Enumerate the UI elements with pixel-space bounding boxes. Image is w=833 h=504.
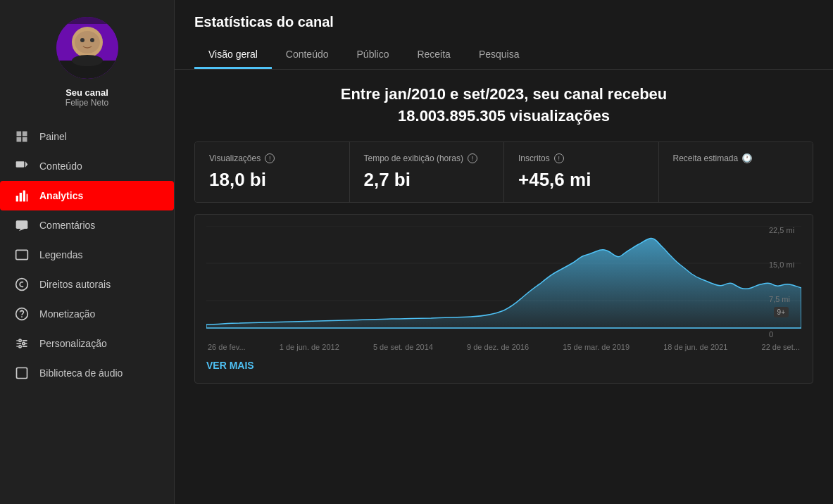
chart-y-labels: 22,5 mi 15,0 mi 7,5 mi 0 (766, 226, 801, 339)
stat-value-inscritos: +45,6 mi (518, 169, 644, 191)
svg-point-6 (72, 55, 103, 66)
x-label-2: 5 de set. de 2014 (373, 343, 433, 351)
warn-icon-inscritos: ! (554, 153, 564, 163)
sidebar-item-legendas[interactable]: Legendas (0, 240, 174, 270)
svg-rect-7 (63, 17, 111, 24)
sidebar-item-comentarios[interactable]: Comentários (0, 210, 174, 240)
chart-zoom-button[interactable]: 9+ (774, 307, 789, 317)
tab-conteudo[interactable]: Conteúdo (272, 42, 343, 69)
stat-value-visualizacoes: 18,0 bi (209, 169, 335, 191)
svg-point-26 (19, 346, 21, 348)
sidebar-item-biblioteca[interactable]: Biblioteca de áudio (0, 358, 174, 388)
analytics-icon (14, 188, 30, 203)
stat-card-tempo: Tempo de exibição (horas) ! 2,7 bi (350, 142, 505, 202)
svg-rect-8 (16, 161, 25, 167)
tab-pesquisa[interactable]: Pesquisa (465, 42, 534, 69)
x-label-1: 1 de jun. de 2012 (280, 343, 339, 351)
main-header: Estatísticas do canal Visão geral Conteú… (175, 0, 833, 70)
dashboard-icon (14, 129, 30, 144)
sidebar-label-conteudo: Conteúdo (39, 160, 82, 172)
main-content: Entre jan/2010 e set/2023, seu canal rec… (175, 70, 833, 504)
svg-rect-13 (27, 194, 28, 202)
x-label-4: 15 de mar. de 2019 (563, 343, 630, 351)
copyright-icon (14, 277, 30, 292)
stat-card-inscritos: Inscritos ! +45,6 mi (504, 142, 659, 202)
sidebar-label-personalizacao: Personalização (39, 338, 107, 349)
svg-rect-17 (16, 250, 28, 259)
hero-line2: 18.003.895.305 visualizações (194, 106, 813, 127)
comments-icon (14, 218, 30, 233)
page-title: Estatísticas do canal (194, 14, 813, 30)
y-label-0: 22,5 mi (769, 226, 798, 234)
svg-marker-9 (25, 161, 27, 167)
chart-area: 22,5 mi 15,0 mi 7,5 mi 0 9+ (206, 226, 801, 339)
svg-rect-10 (16, 196, 18, 201)
y-label-1: 15,0 mi (769, 260, 798, 269)
x-label-5: 18 de jun. de 2021 (663, 343, 727, 351)
svg-rect-11 (20, 193, 22, 202)
svg-point-4 (90, 38, 94, 42)
sidebar-label-direitos: Direitos autorais (39, 279, 111, 290)
x-label-6: 22 de set... (762, 343, 800, 351)
hero-line1: Entre jan/2010 e set/2023, seu canal rec… (194, 84, 813, 106)
money-icon (14, 306, 30, 322)
content-icon (14, 158, 30, 174)
svg-point-22 (16, 279, 28, 291)
subtitles-icon (14, 247, 30, 263)
audio-icon (14, 365, 30, 381)
svg-rect-27 (17, 368, 27, 379)
customize-icon (14, 336, 30, 351)
sidebar-item-monetizacao[interactable]: Monetização (0, 299, 174, 329)
x-label-3: 9 de dez. de 2016 (467, 343, 529, 351)
ver-mais-link[interactable]: VER MAIS (206, 360, 254, 371)
svg-point-24 (19, 339, 21, 341)
nav-list: Painel Conteúdo Analytics Comentários (0, 122, 174, 388)
channel-sub: Felipe Neto (65, 98, 108, 108)
tab-receita[interactable]: Receita (403, 42, 464, 69)
sidebar-label-legendas: Legendas (39, 249, 83, 260)
sidebar-item-analytics[interactable]: Analytics (0, 181, 174, 210)
svg-point-25 (23, 342, 25, 344)
svg-point-3 (80, 38, 84, 42)
avatar (56, 17, 118, 79)
warn-icon-tempo: ! (468, 153, 477, 163)
svg-point-2 (75, 31, 100, 53)
sidebar-label-monetizacao: Monetização (39, 308, 95, 320)
stat-card-receita: Receita estimada 🕐 (659, 142, 813, 202)
warn-icon-visualizacoes: ! (265, 153, 275, 163)
svg-rect-12 (23, 191, 25, 202)
stat-value-tempo: 2,7 bi (364, 169, 490, 191)
clock-icon-receita: 🕐 (742, 153, 752, 163)
y-label-3: 0 (769, 330, 798, 339)
sidebar-item-painel[interactable]: Painel (0, 122, 174, 151)
hero-text: Entre jan/2010 e set/2023, seu canal rec… (194, 84, 813, 127)
sidebar-item-direitos[interactable]: Direitos autorais (0, 270, 174, 299)
chart-svg (206, 226, 801, 339)
stat-label-tempo: Tempo de exibição (horas) ! (364, 153, 490, 163)
stat-cards: Visualizações ! 18,0 bi Tempo de exibiçã… (194, 141, 813, 203)
stat-label-visualizacoes: Visualizações ! (209, 153, 335, 163)
svg-rect-14 (16, 220, 28, 229)
tab-publico[interactable]: Público (343, 42, 403, 69)
sidebar-item-conteudo[interactable]: Conteúdo (0, 151, 174, 181)
stat-label-receita: Receita estimada 🕐 (673, 153, 799, 163)
channel-name: Seu canal (65, 87, 108, 98)
sidebar-label-comentarios: Comentários (39, 220, 95, 231)
x-label-0: 26 de fev... (208, 343, 246, 351)
chart-x-labels: 26 de fev... 1 de jun. de 2012 5 de set.… (206, 343, 801, 351)
sidebar-label-biblioteca: Biblioteca de áudio (39, 367, 123, 379)
stat-card-visualizacoes: Visualizações ! 18,0 bi (195, 142, 350, 202)
sidebar: Seu canal Felipe Neto Painel Conteúdo An… (0, 0, 175, 504)
tab-visao-geral[interactable]: Visão geral (194, 42, 272, 69)
y-label-2: 7,5 mi (769, 295, 798, 303)
tabs-bar: Visão geral Conteúdo Público Receita Pes… (194, 42, 813, 69)
sidebar-item-personalizacao[interactable]: Personalização (0, 329, 174, 358)
main-panel: Estatísticas do canal Visão geral Conteú… (175, 0, 833, 504)
sidebar-label-analytics: Analytics (39, 190, 83, 201)
sidebar-label-painel: Painel (39, 131, 67, 142)
stat-label-inscritos: Inscritos ! (518, 153, 644, 163)
chart-container: 22,5 mi 15,0 mi 7,5 mi 0 9+ 26 de fev...… (194, 214, 813, 384)
